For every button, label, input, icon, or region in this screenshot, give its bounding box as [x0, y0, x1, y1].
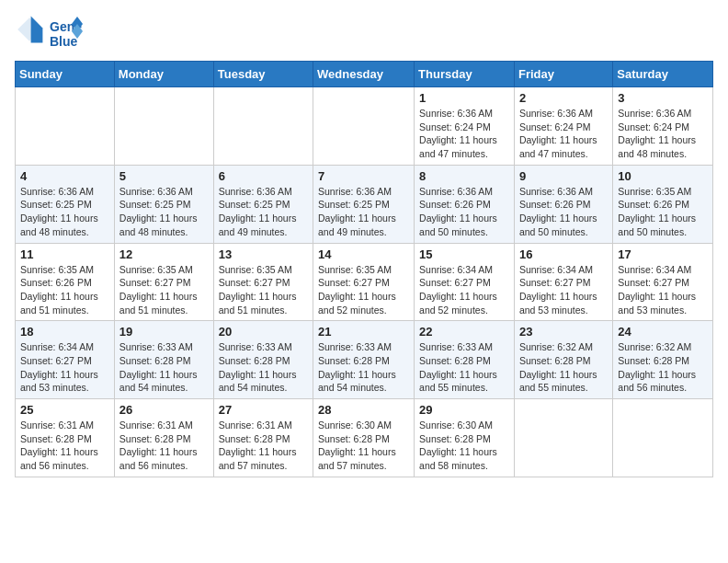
calendar-cell: 12Sunrise: 6:35 AMSunset: 6:27 PMDayligh… [114, 243, 213, 321]
calendar-cell: 23Sunrise: 6:32 AMSunset: 6:28 PMDayligh… [514, 321, 612, 399]
calendar-cell: 3Sunrise: 6:36 AMSunset: 6:24 PMDaylight… [613, 87, 713, 166]
calendar-week-row: 25Sunrise: 6:31 AMSunset: 6:28 PMDayligh… [16, 399, 713, 477]
calendar-cell: 7Sunrise: 6:36 AMSunset: 6:25 PMDaylight… [313, 165, 415, 243]
calendar-cell: 8Sunrise: 6:36 AMSunset: 6:26 PMDaylight… [415, 165, 515, 243]
day-number: 15 [419, 247, 509, 261]
day-number: 8 [419, 169, 509, 183]
day-number: 25 [20, 403, 109, 417]
day-number: 11 [20, 247, 109, 261]
day-number: 5 [119, 169, 209, 183]
day-number: 20 [219, 325, 308, 339]
day-info: Sunrise: 6:36 AMSunset: 6:26 PMDaylight:… [519, 185, 608, 239]
calendar-cell: 14Sunrise: 6:35 AMSunset: 6:27 PMDayligh… [313, 243, 415, 321]
calendar-cell: 1Sunrise: 6:36 AMSunset: 6:24 PMDaylight… [415, 87, 515, 166]
day-number: 9 [519, 169, 608, 183]
day-info: Sunrise: 6:32 AMSunset: 6:28 PMDaylight:… [618, 340, 708, 395]
calendar-week-row: 1Sunrise: 6:36 AMSunset: 6:24 PMDaylight… [16, 87, 713, 166]
calendar-cell: 24Sunrise: 6:32 AMSunset: 6:28 PMDayligh… [613, 321, 713, 399]
calendar-cell: 19Sunrise: 6:33 AMSunset: 6:28 PMDayligh… [114, 321, 213, 399]
day-info: Sunrise: 6:31 AMSunset: 6:28 PMDaylight:… [119, 419, 209, 473]
day-info: Sunrise: 6:34 AMSunset: 6:27 PMDaylight:… [419, 263, 509, 317]
calendar-cell [114, 87, 213, 166]
calendar-cell: 2Sunrise: 6:36 AMSunset: 6:24 PMDaylight… [514, 87, 612, 166]
day-number: 16 [519, 247, 608, 261]
logo: General Blue [15, 15, 83, 50]
day-info: Sunrise: 6:30 AMSunset: 6:28 PMDaylight:… [419, 419, 509, 473]
logo-graphic: General Blue [48, 15, 83, 50]
day-info: Sunrise: 6:31 AMSunset: 6:28 PMDaylight:… [219, 419, 308, 473]
day-number: 2 [519, 91, 608, 105]
day-info: Sunrise: 6:35 AMSunset: 6:27 PMDaylight:… [318, 263, 409, 317]
calendar-table: SundayMondayTuesdayWednesdayThursdayFrid… [15, 61, 713, 477]
day-info: Sunrise: 6:36 AMSunset: 6:25 PMDaylight:… [119, 185, 209, 239]
day-info: Sunrise: 6:35 AMSunset: 6:26 PMDaylight:… [20, 263, 109, 317]
calendar-day-header: Thursday [415, 62, 515, 87]
day-number: 28 [318, 403, 409, 417]
day-info: Sunrise: 6:36 AMSunset: 6:24 PMDaylight:… [419, 107, 509, 161]
day-number: 22 [419, 325, 509, 339]
calendar-cell: 6Sunrise: 6:36 AMSunset: 6:25 PMDaylight… [213, 165, 313, 243]
day-number: 27 [219, 403, 308, 417]
day-info: Sunrise: 6:34 AMSunset: 6:27 PMDaylight:… [20, 340, 109, 395]
calendar-cell: 18Sunrise: 6:34 AMSunset: 6:27 PMDayligh… [16, 321, 115, 399]
calendar-cell: 21Sunrise: 6:33 AMSunset: 6:28 PMDayligh… [313, 321, 415, 399]
day-info: Sunrise: 6:35 AMSunset: 6:26 PMDaylight:… [618, 185, 708, 239]
calendar-cell [514, 399, 612, 477]
day-info: Sunrise: 6:33 AMSunset: 6:28 PMDaylight:… [318, 340, 409, 395]
calendar-week-row: 11Sunrise: 6:35 AMSunset: 6:26 PMDayligh… [16, 243, 713, 321]
calendar-cell: 26Sunrise: 6:31 AMSunset: 6:28 PMDayligh… [114, 399, 213, 477]
day-info: Sunrise: 6:35 AMSunset: 6:27 PMDaylight:… [119, 263, 209, 317]
calendar-cell: 13Sunrise: 6:35 AMSunset: 6:27 PMDayligh… [213, 243, 313, 321]
day-info: Sunrise: 6:34 AMSunset: 6:27 PMDaylight:… [519, 263, 608, 317]
calendar-cell: 27Sunrise: 6:31 AMSunset: 6:28 PMDayligh… [213, 399, 313, 477]
day-info: Sunrise: 6:33 AMSunset: 6:28 PMDaylight:… [119, 340, 209, 395]
calendar-day-header: Monday [114, 62, 213, 87]
day-number: 23 [519, 325, 608, 339]
day-info: Sunrise: 6:33 AMSunset: 6:28 PMDaylight:… [419, 340, 509, 395]
day-number: 17 [618, 247, 708, 261]
day-number: 29 [419, 403, 509, 417]
calendar-cell: 9Sunrise: 6:36 AMSunset: 6:26 PMDaylight… [514, 165, 612, 243]
calendar-cell: 29Sunrise: 6:30 AMSunset: 6:28 PMDayligh… [415, 399, 515, 477]
day-info: Sunrise: 6:36 AMSunset: 6:24 PMDaylight:… [618, 107, 708, 161]
calendar-cell: 17Sunrise: 6:34 AMSunset: 6:27 PMDayligh… [613, 243, 713, 321]
svg-text:Blue: Blue [50, 34, 78, 49]
day-info: Sunrise: 6:36 AMSunset: 6:25 PMDaylight:… [219, 185, 308, 239]
calendar-week-row: 18Sunrise: 6:34 AMSunset: 6:27 PMDayligh… [16, 321, 713, 399]
day-number: 18 [20, 325, 109, 339]
day-number: 13 [219, 247, 308, 261]
calendar-day-header: Tuesday [213, 62, 313, 87]
page-header: General Blue [15, 15, 713, 50]
calendar-cell [213, 87, 313, 166]
day-info: Sunrise: 6:36 AMSunset: 6:25 PMDaylight:… [20, 185, 109, 239]
day-number: 21 [318, 325, 409, 339]
day-info: Sunrise: 6:35 AMSunset: 6:27 PMDaylight:… [219, 263, 308, 317]
day-number: 14 [318, 247, 409, 261]
day-info: Sunrise: 6:33 AMSunset: 6:28 PMDaylight:… [219, 340, 308, 395]
day-number: 10 [618, 169, 708, 183]
day-number: 7 [318, 169, 409, 183]
day-number: 26 [119, 403, 209, 417]
calendar-day-header: Friday [514, 62, 612, 87]
calendar-cell: 28Sunrise: 6:30 AMSunset: 6:28 PMDayligh… [313, 399, 415, 477]
logo-icon [15, 15, 44, 44]
calendar-cell: 22Sunrise: 6:33 AMSunset: 6:28 PMDayligh… [415, 321, 515, 399]
day-number: 4 [20, 169, 109, 183]
calendar-day-header: Wednesday [313, 62, 415, 87]
calendar-day-header: Sunday [16, 62, 115, 87]
calendar-cell: 15Sunrise: 6:34 AMSunset: 6:27 PMDayligh… [415, 243, 515, 321]
day-info: Sunrise: 6:36 AMSunset: 6:24 PMDaylight:… [519, 107, 608, 161]
calendar-week-row: 4Sunrise: 6:36 AMSunset: 6:25 PMDaylight… [16, 165, 713, 243]
day-number: 19 [119, 325, 209, 339]
svg-marker-1 [31, 17, 43, 43]
calendar-cell: 4Sunrise: 6:36 AMSunset: 6:25 PMDaylight… [16, 165, 115, 243]
calendar-header-row: SundayMondayTuesdayWednesdayThursdayFrid… [16, 62, 713, 87]
day-info: Sunrise: 6:30 AMSunset: 6:28 PMDaylight:… [318, 419, 409, 473]
calendar-cell: 5Sunrise: 6:36 AMSunset: 6:25 PMDaylight… [114, 165, 213, 243]
calendar-cell: 16Sunrise: 6:34 AMSunset: 6:27 PMDayligh… [514, 243, 612, 321]
day-info: Sunrise: 6:34 AMSunset: 6:27 PMDaylight:… [618, 263, 708, 317]
calendar-cell: 11Sunrise: 6:35 AMSunset: 6:26 PMDayligh… [16, 243, 115, 321]
calendar-cell [16, 87, 115, 166]
day-info: Sunrise: 6:32 AMSunset: 6:28 PMDaylight:… [519, 340, 608, 395]
day-info: Sunrise: 6:31 AMSunset: 6:28 PMDaylight:… [20, 419, 109, 473]
